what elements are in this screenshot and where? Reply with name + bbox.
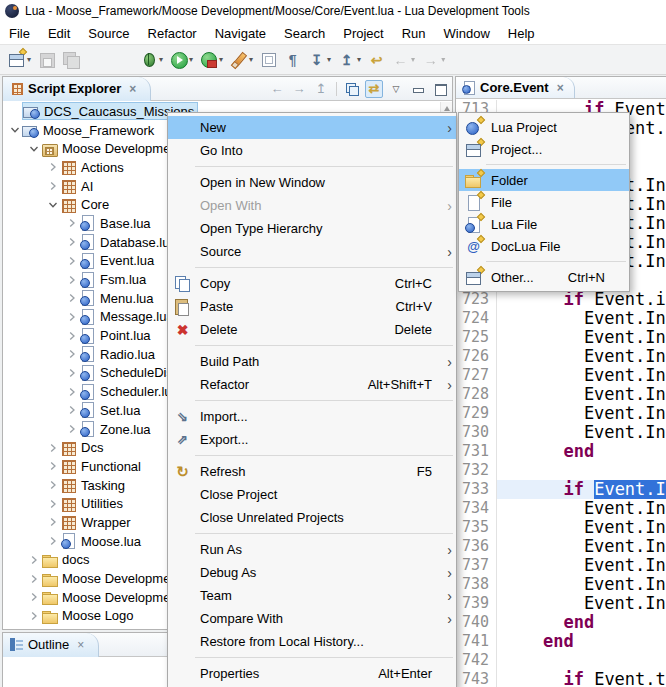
context-menu-item-open-type-hierarchy[interactable]: Open Type Hierarchy [168,217,456,240]
menubar-item-source[interactable]: Source [79,24,138,43]
chevron-closed-icon[interactable] [64,349,79,359]
context-menu-item-import[interactable]: ⇘Import... [168,405,456,428]
link-with-editor-icon[interactable]: ⇄ [365,80,383,98]
chevron-open-icon[interactable] [7,125,22,135]
code-text[interactable] [497,461,666,480]
context-menu-item-run-as[interactable]: Run As› [168,538,456,561]
chevron-closed-icon[interactable] [64,293,79,303]
chevron-closed-icon[interactable] [64,237,79,247]
code-text[interactable]: end [497,442,666,461]
chevron-open-icon[interactable] [26,144,41,154]
context-menu-item-export[interactable]: ⇗Export... [168,428,456,451]
chevron-closed-icon[interactable] [45,517,60,527]
chevron-closed-icon[interactable] [64,331,79,341]
format-button[interactable]: ▾ [228,48,255,72]
code-text[interactable]: if Event.initiator then [497,290,666,309]
forward-icon[interactable]: → [290,80,308,98]
close-tab-icon[interactable]: × [557,81,564,95]
menubar-item-edit[interactable]: Edit [39,24,79,43]
new-wizard-button[interactable]: ▾ [6,48,33,72]
chevron-closed-icon[interactable] [26,574,41,584]
context-menu-item-delete[interactable]: ✖DeleteDelete [168,318,456,341]
code-text[interactable] [497,651,666,670]
chevron-closed-icon[interactable] [45,536,60,546]
code-text[interactable]: Event.IniPlayerName = Event.IniDCSUnit:g… [497,423,666,442]
tab-script-explorer[interactable]: Script Explorer × [3,77,151,101]
context-menu-item-restore-from-local-history[interactable]: Restore from Local History... [168,630,456,653]
code-text[interactable]: if Event.IniObjectCategory == 3 then [497,480,666,499]
chevron-closed-icon[interactable] [64,275,79,285]
menubar-item-search[interactable]: Search [275,24,334,43]
context-menu-item-debug-as[interactable]: Debug As› [168,561,456,584]
chevron-closed-icon[interactable] [45,480,60,490]
show-whitespace-button[interactable]: ¶ [282,48,303,72]
new-submenu-item-project[interactable]: Project... [459,138,629,160]
menubar-item-project[interactable]: Project [334,24,392,43]
new-submenu-item-lua-project[interactable]: Lua Project [459,116,629,138]
context-menu-item-properties[interactable]: PropertiesAlt+Enter [168,662,456,685]
chevron-closed-icon[interactable] [45,443,60,453]
run-coverage-button[interactable]: ▾ [198,48,225,72]
new-submenu-item-doclua-file[interactable]: @DocLua File [459,235,629,257]
maximize-icon[interactable] [431,80,449,98]
context-menu-item-refactor[interactable]: RefactorAlt+Shift+T› [168,373,456,396]
code-text[interactable]: Event.IniStatic = STATIC:FindByName( Eve… [497,556,666,575]
code-text[interactable]: end [497,632,666,651]
menubar-item-window[interactable]: Window [435,24,499,43]
context-menu-item-copy[interactable]: CopyCtrl+C [168,272,456,295]
dropdown-caret-icon[interactable]: ▾ [441,55,445,64]
mark-occurrences-button[interactable] [258,48,279,72]
dropdown-caret-icon[interactable]: ▾ [27,55,31,64]
close-view-icon[interactable]: × [77,638,84,652]
chevron-closed-icon[interactable] [45,181,60,191]
dropdown-caret-icon[interactable]: ▾ [159,55,163,64]
code-text[interactable]: Event.IniCategory = Event.IniDCSStatic:g… [497,594,666,613]
context-menu-item-source[interactable]: Source› [168,240,456,263]
code-text[interactable]: Event.IniCoalition = Event.IniDCSStatic:… [497,575,666,594]
code-text[interactable]: Event.IniGroupName = "" [497,404,666,423]
chevron-closed-icon[interactable] [26,555,41,565]
chevron-open-icon[interactable] [45,200,60,210]
new-submenu-item-file[interactable]: File [459,191,629,213]
code-text[interactable]: if Event.target then [497,670,666,687]
context-menu-item-open-in-new-window[interactable]: Open in New Window [168,171,456,194]
menubar-item-file[interactable]: File [0,24,39,43]
context-menu-item-team[interactable]: Team› [168,584,456,607]
chevron-closed-icon[interactable] [45,461,60,471]
code-text[interactable]: Event.IniDCSUnitName = Event.IniDCSUnit:… [497,328,666,347]
chevron-closed-icon[interactable] [64,368,79,378]
chevron-closed-icon[interactable] [64,405,79,415]
dropdown-caret-icon[interactable]: ▾ [357,55,361,64]
chevron-closed-icon[interactable] [64,256,79,266]
code-text[interactable]: Event.IniDCSStatic = Event.initiator [497,499,666,518]
context-menu-item-build-path[interactable]: Build Path› [168,350,456,373]
minimize-icon[interactable] [409,80,427,98]
code-text[interactable]: end [497,613,666,632]
view-menu-icon[interactable]: ▽ [387,80,405,98]
menubar-item-refactor[interactable]: Refactor [139,24,206,43]
chevron-closed-icon[interactable] [45,162,60,172]
context-menu-item-go-into[interactable]: Go Into [168,139,456,162]
code-text[interactable]: Event.IniDCSUnit = Event.initiator [497,309,666,328]
dropdown-caret-icon[interactable]: ▾ [249,55,253,64]
menubar-item-navigate[interactable]: Navigate [206,24,275,43]
new-submenu-item-lua-file[interactable]: Lua File [459,213,629,235]
chevron-closed-icon[interactable] [64,387,79,397]
dropdown-caret-icon[interactable]: ▾ [411,55,415,64]
context-menu-item-new[interactable]: New› [168,116,456,139]
collapse-all-icon[interactable] [343,80,361,98]
chevron-closed-icon[interactable] [64,218,79,228]
context-menu-item-refresh[interactable]: ↻RefreshF5 [168,460,456,483]
tab-core-event[interactable]: Core.Event × [456,77,575,98]
code-text[interactable]: Event.IniDCSGroup = Event.IniDCSUnit:get… [497,385,666,404]
back-icon[interactable]: ← [268,80,286,98]
code-text[interactable]: Event.IniDCSStaticName = Event.IniDCSSta… [497,518,666,537]
go-up-icon[interactable]: ↥ [312,80,330,98]
context-menu-item-close-unrelated-projects[interactable]: Close Unrelated Projects [168,506,456,529]
chevron-closed-icon[interactable] [26,592,41,602]
code-text[interactable]: Event.IniStaticName = Event.IniDCSStatic… [497,537,666,556]
context-menu-item-paste[interactable]: PasteCtrl+V [168,295,456,318]
run-button[interactable]: ▾ [168,48,195,72]
chevron-closed-icon[interactable] [26,611,41,621]
debug-button[interactable]: ▾ [138,48,165,72]
